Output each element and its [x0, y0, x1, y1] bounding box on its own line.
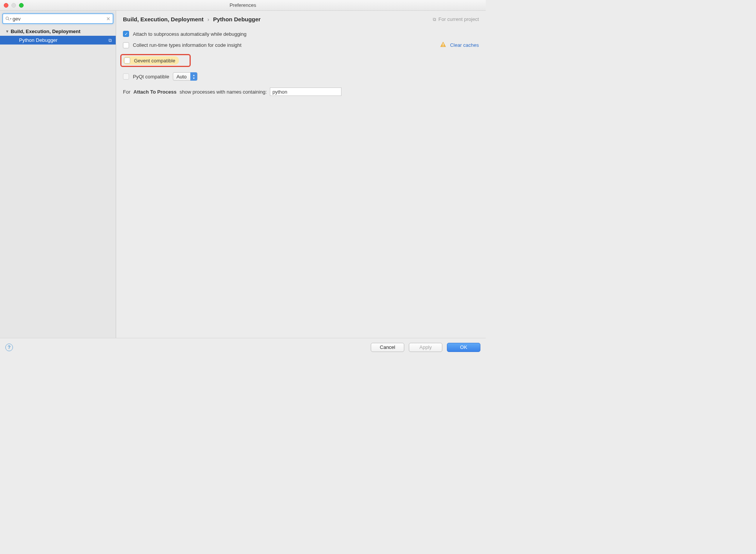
checkbox-unchecked-icon[interactable]	[124, 57, 130, 64]
tree-item-label: Python Debugger	[19, 37, 57, 43]
window-title: Preferences	[230, 2, 256, 8]
zoom-window-icon[interactable]	[19, 3, 24, 8]
breadcrumb-part: Python Debugger	[213, 16, 261, 22]
minimize-window-icon[interactable]	[11, 3, 16, 8]
svg-rect-3	[443, 46, 443, 46]
svg-rect-2	[443, 43, 443, 45]
titlebar: Preferences	[0, 0, 486, 11]
clear-caches-link[interactable]: Clear caches	[450, 42, 479, 48]
attach-prefix: For	[123, 89, 131, 95]
select-value: Auto	[176, 74, 187, 80]
option-collect-runtime-types[interactable]: Collect run-time types information for c…	[123, 39, 479, 51]
svg-point-0	[6, 17, 9, 20]
breadcrumb: Build, Execution, Deployment › Python De…	[123, 16, 261, 22]
tree-item-build-execution-deployment[interactable]: ▼ Build, Execution, Deployment	[0, 27, 116, 36]
scope-label: For current project	[439, 16, 479, 22]
clear-search-icon[interactable]: ✕	[106, 16, 110, 22]
cancel-button[interactable]: Cancel	[371, 343, 404, 352]
sidebar: ▾ ✕ ▼ Build, Execution, Deployment Pytho…	[0, 11, 116, 338]
search-input[interactable]	[13, 16, 106, 22]
option-attach-subprocess[interactable]: Attach to subprocess automatically while…	[123, 29, 479, 39]
option-label: Collect run-time types information for c…	[133, 42, 241, 48]
project-scope-icon: ⧉	[433, 17, 436, 22]
option-label: Gevent compatible	[134, 58, 175, 64]
svg-line-1	[8, 19, 10, 21]
highlighted-option-gevent: Gevent compatible	[120, 54, 191, 67]
option-label: PyQt compatible	[133, 74, 169, 80]
traffic-lights	[0, 3, 24, 8]
attach-process-name-input[interactable]	[270, 88, 341, 96]
option-label: Attach to subprocess automatically while…	[133, 31, 246, 37]
main-panel: Build, Execution, Deployment › Python De…	[116, 11, 486, 338]
warning-icon	[440, 41, 446, 49]
search-box[interactable]: ▾ ✕	[2, 13, 113, 24]
checkbox-unchecked-icon[interactable]	[123, 42, 129, 48]
tree-item-label: Build, Execution, Deployment	[11, 29, 80, 34]
apply-button[interactable]: Apply	[409, 343, 442, 352]
chevron-right-icon: ›	[207, 16, 209, 22]
chevron-down-icon: ▼	[5, 29, 9, 33]
attach-strong: Attach To Process	[134, 89, 177, 95]
checkbox-checked-icon[interactable]	[123, 31, 129, 37]
close-window-icon[interactable]	[4, 3, 8, 8]
ok-button[interactable]: OK	[447, 343, 480, 352]
copy-settings-icon[interactable]: ⧉	[108, 38, 112, 43]
breadcrumb-part[interactable]: Build, Execution, Deployment	[123, 16, 204, 22]
attach-to-process-row: For Attach To Process show processes wit…	[123, 86, 479, 96]
settings-tree: ▼ Build, Execution, Deployment Python De…	[0, 27, 116, 338]
checkbox-unchecked-icon[interactable]	[123, 73, 129, 80]
dialog-footer: ? Cancel Apply OK	[0, 338, 486, 356]
tree-item-python-debugger[interactable]: Python Debugger ⧉	[0, 36, 116, 45]
scope-badge: ⧉ For current project	[433, 16, 479, 22]
help-icon[interactable]: ?	[5, 344, 13, 351]
select-stepper-icon[interactable]: ▲▼	[190, 72, 197, 81]
option-pyqt-compatible[interactable]: PyQt compatible Auto ▲▼	[123, 70, 479, 83]
attach-suffix: show processes with names containing:	[180, 89, 267, 95]
search-icon: ▾	[5, 16, 11, 21]
pyqt-mode-select[interactable]: Auto ▲▼	[173, 72, 198, 81]
